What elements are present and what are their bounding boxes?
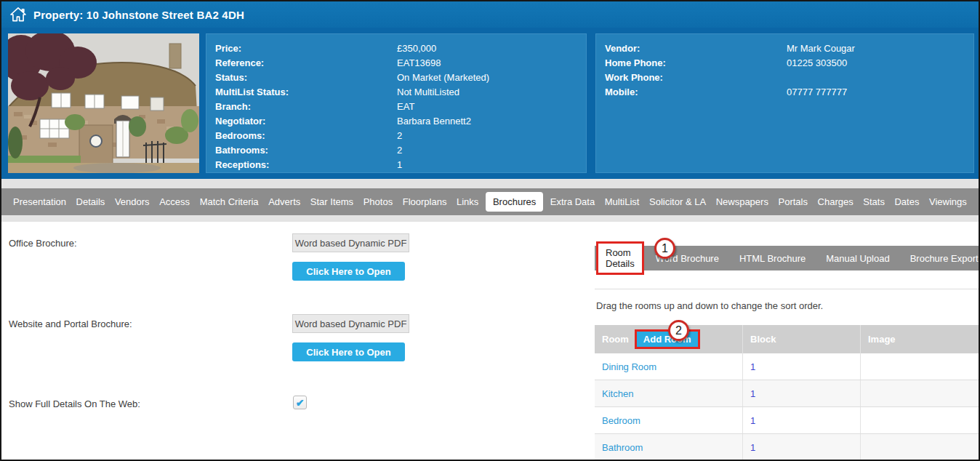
vendor-details-rows: Vendor:Mr Mark CougarHome Phone:01225 30… (605, 41, 973, 100)
home-icon[interactable] (10, 7, 26, 22)
table-row[interactable]: Bedroom1 (595, 407, 979, 434)
image-header-label: Image (868, 334, 896, 345)
drag-sort-hint: Drag the rooms up and down to change the… (596, 300, 823, 311)
room-tab-brochure-export[interactable]: Brochure Export (900, 249, 980, 268)
website-brochure-label: Website and Portal Brochure: (9, 318, 132, 329)
cell-image (861, 353, 979, 380)
brochures-content: Office Brochure: Word based Dynamic PDF … (1, 222, 979, 461)
tab-presentation[interactable]: Presentation (10, 192, 69, 212)
vendor-detail-row: Mobile:07777 777777 (605, 85, 973, 100)
tab-access[interactable]: Access (156, 192, 193, 212)
block-header-label: Block (750, 334, 776, 345)
room-link[interactable]: Kitchen (602, 388, 633, 399)
room-tab-room-details[interactable]: Room Details (598, 244, 642, 273)
property-photo[interactable] (8, 33, 199, 173)
vendor-detail-value: Mr Mark Cougar (787, 41, 855, 56)
table-row[interactable]: Kitchen1 (595, 380, 979, 407)
office-open-button[interactable]: Click Here to Open (292, 262, 405, 281)
rooms-table-body: Dining Room1Kitchen1Bedroom1Bathroom1 (595, 353, 979, 461)
cell-block: 1 (743, 434, 861, 460)
vendor-detail-row: Vendor:Mr Mark Cougar (605, 41, 973, 56)
room-link[interactable]: Dining Room (602, 361, 656, 372)
tab-multilist[interactable]: MultiList (602, 192, 643, 212)
property-detail-row: Status:On Market (Marketed) (215, 71, 586, 85)
property-detail-label: Branch: (215, 100, 397, 114)
property-detail-row: Bathrooms:2 (215, 143, 586, 158)
property-detail-value: £350,000 (397, 41, 436, 56)
tab-photos[interactable]: Photos (361, 192, 395, 212)
cell-room: Bedroom (595, 407, 743, 433)
checkmark-icon: ✔ (296, 397, 305, 409)
property-detail-row: Price:£350,000 (215, 41, 586, 56)
room-tab-manual-upload[interactable]: Manual Upload (816, 249, 899, 268)
annotation-step-2: 2 (668, 320, 689, 341)
cell-block: 1 (743, 380, 861, 406)
property-detail-value: Not MultiListed (397, 85, 459, 100)
room-link[interactable]: Bathroom (602, 442, 643, 453)
annotation-step-1: 1 (654, 238, 675, 259)
cell-room: Bathroom (595, 434, 743, 460)
tab-viewings[interactable]: Viewings (926, 192, 970, 212)
cell-image (861, 434, 979, 460)
vendor-detail-label: Mobile: (605, 85, 787, 100)
tab-star-items[interactable]: Star Items (308, 192, 356, 212)
property-detail-label: Bedrooms: (215, 129, 397, 143)
header-cell-image: Image (861, 325, 979, 353)
property-detail-row: Branch:EAT (215, 100, 586, 114)
rooms-table-header: Room Add Room Block Image (595, 325, 979, 353)
header-cell-block: Block (743, 325, 861, 353)
show-full-details-checkbox[interactable]: ✔ (293, 396, 307, 409)
tab-portals[interactable]: Portals (776, 192, 811, 212)
room-link[interactable]: Bedroom (602, 415, 640, 426)
property-details-rows: Price:£350,000Reference:EAT13698Status:O… (215, 41, 586, 172)
property-detail-value: 2 (397, 143, 402, 158)
show-full-details-label: Show Full Details On The Web: (9, 398, 140, 409)
vendor-detail-value: 01225 303500 (787, 56, 847, 71)
tab-solicitor-la[interactable]: Solicitor & LA (646, 192, 709, 212)
tab-details[interactable]: Details (73, 192, 108, 212)
cell-block: 1 (743, 407, 861, 433)
property-details-panel: Price:£350,000Reference:EAT13698Status:O… (206, 33, 587, 173)
property-detail-value: 2 (397, 129, 402, 143)
block-link[interactable]: 1 (750, 442, 755, 453)
table-row[interactable]: Bathroom1 (595, 434, 979, 461)
tab-floorplans[interactable]: Floorplans (400, 192, 450, 212)
page-title: Property: 10 Johnstone Street BA2 4DH (33, 9, 244, 21)
block-link[interactable]: 1 (750, 388, 755, 399)
tab-newspapers[interactable]: Newspapers (713, 192, 771, 212)
strip-above-tabs (1, 179, 979, 188)
website-brochure-type: Word based Dynamic PDF (292, 314, 409, 333)
tab-vendors[interactable]: Vendors (112, 192, 153, 212)
property-detail-row: MultiList Status:Not MultiListed (215, 85, 586, 100)
block-link[interactable]: 1 (750, 361, 755, 372)
property-detail-row: Bedrooms:2 (215, 129, 586, 143)
tab-brochures[interactable]: Brochures (486, 192, 543, 212)
table-row[interactable]: Dining Room1 (595, 353, 979, 380)
tab-links[interactable]: Links (454, 192, 481, 212)
tab-dates[interactable]: Dates (891, 192, 922, 212)
website-open-button[interactable]: Click Here to Open (292, 342, 405, 361)
cell-room: Kitchen (595, 380, 743, 406)
room-panel-separator (595, 289, 979, 289)
property-detail-value: 1 (397, 158, 402, 172)
tab-adverts[interactable]: Adverts (265, 192, 303, 212)
property-detail-label: Price: (215, 41, 397, 56)
property-detail-row: Receptions:1 (215, 158, 586, 172)
property-summary-section: Price:£350,000Reference:EAT13698Status:O… (1, 28, 979, 179)
room-panel-tab-bar: Room DetailsWord BrochureHTML BrochureMa… (595, 246, 979, 270)
main-tab-bar: PresentationDetailsVendorsAccessMatch Cr… (1, 188, 979, 215)
office-brochure-label: Office Brochure: (9, 238, 77, 249)
tab-charges[interactable]: Charges (815, 192, 856, 212)
block-link[interactable]: 1 (750, 415, 755, 426)
rooms-table: Room Add Room Block Image Dining Room1Ki… (595, 325, 979, 461)
room-tab-html-brochure[interactable]: HTML Brochure (729, 249, 816, 268)
tab-match-criteria[interactable]: Match Criteria (197, 192, 262, 212)
tab-stats[interactable]: Stats (860, 192, 888, 212)
property-detail-label: Status: (215, 71, 397, 85)
property-detail-label: Receptions: (215, 158, 397, 172)
room-details-highlight-box: Room Details (596, 241, 644, 275)
cell-image (861, 380, 979, 406)
cell-room: Dining Room (595, 353, 743, 380)
cell-block: 1 (743, 353, 861, 380)
tab-extra-data[interactable]: Extra Data (547, 192, 598, 212)
